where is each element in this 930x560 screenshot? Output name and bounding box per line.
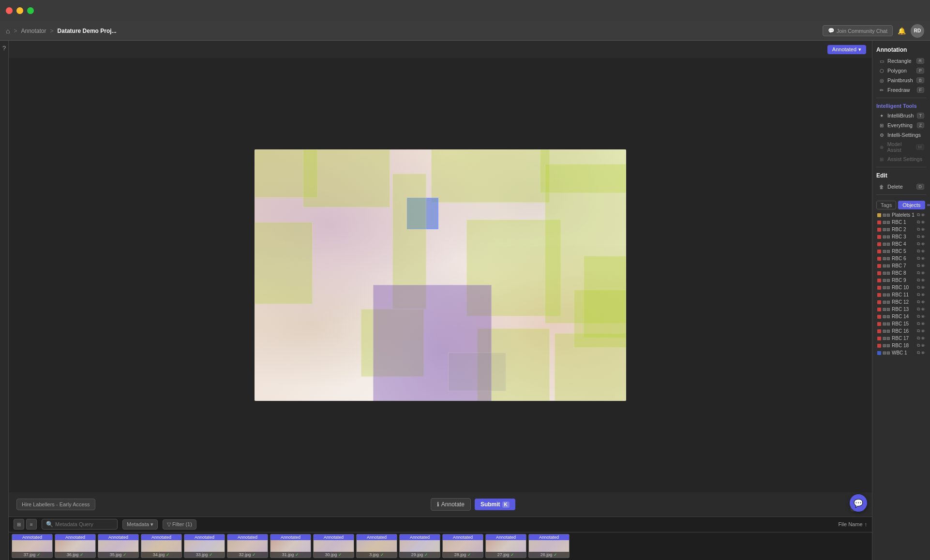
filmstrip-item[interactable]: Annotated 33.jpg ✓ bbox=[184, 534, 225, 558]
object-eye-icon[interactable]: 👁 bbox=[921, 235, 925, 239]
filmstrip-item[interactable]: Annotated 29.jpg ✓ bbox=[399, 534, 440, 558]
object-list-item[interactable]: ▨ WBC 1 ⧉ 👁 bbox=[876, 349, 926, 356]
object-list-item[interactable]: ▨ RBC 8 ⧉ 👁 bbox=[876, 269, 926, 277]
object-eye-icon[interactable]: 👁 bbox=[921, 329, 925, 334]
object-copy-icon[interactable]: ⧉ bbox=[917, 234, 920, 239]
submit-button[interactable]: Submit K bbox=[475, 499, 515, 510]
object-list-item[interactable]: ▨ RBC 3 ⧉ 👁 bbox=[876, 233, 926, 240]
home-icon[interactable]: ⌂ bbox=[6, 27, 10, 35]
community-chat-button[interactable]: 💬 Join Community Chat bbox=[823, 25, 893, 36]
filmstrip-item[interactable]: Annotated 32.jpg ✓ bbox=[227, 534, 268, 558]
object-copy-icon[interactable]: ⧉ bbox=[917, 292, 920, 297]
object-list-item[interactable]: ▨ RBC 2 ⧉ 👁 bbox=[876, 226, 926, 233]
tab-tags[interactable]: Tags bbox=[876, 201, 896, 209]
object-eye-icon[interactable]: 👁 bbox=[921, 213, 925, 218]
object-list-item[interactable]: ▨ RBC 15 ⧉ 👁 bbox=[876, 320, 926, 327]
tool-polygon[interactable]: ⬡ Polygon P bbox=[876, 66, 926, 75]
filmstrip-item[interactable]: Annotated 30.jpg ✓ bbox=[313, 534, 354, 558]
object-copy-icon[interactable]: ⧉ bbox=[917, 285, 920, 290]
object-list-item[interactable]: ▨ Platelets 1 ⧉ 👁 bbox=[876, 211, 926, 219]
tool-paintbrush[interactable]: ◎ Paintbrush B bbox=[876, 75, 926, 85]
object-eye-icon[interactable]: 👁 bbox=[921, 285, 925, 290]
intelligent-tool-intellisettings[interactable]: ⚙ Intelli-Settings bbox=[876, 130, 926, 140]
object-copy-icon[interactable]: ⧉ bbox=[917, 314, 920, 319]
user-avatar[interactable]: RD bbox=[911, 24, 924, 38]
maximize-button[interactable] bbox=[27, 7, 34, 14]
object-copy-icon[interactable]: ⧉ bbox=[917, 212, 920, 218]
object-copy-icon[interactable]: ⧉ bbox=[917, 328, 920, 334]
filmstrip-item[interactable]: Annotated 34.jpg ✓ bbox=[141, 534, 182, 558]
object-eye-icon[interactable]: 👁 bbox=[921, 271, 925, 276]
object-list-item[interactable]: ▨ RBC 4 ⧉ 👁 bbox=[876, 240, 926, 248]
object-list-item[interactable]: ▨ RBC 13 ⧉ 👁 bbox=[876, 306, 926, 313]
object-list-item[interactable]: ▨ RBC 12 ⧉ 👁 bbox=[876, 298, 926, 306]
annotation-canvas[interactable] bbox=[255, 149, 626, 401]
object-copy-icon[interactable]: ⧉ bbox=[917, 270, 920, 276]
object-eye-icon[interactable]: 👁 bbox=[921, 307, 925, 312]
object-list-item[interactable]: ▨ RBC 18 ⧉ 👁 bbox=[876, 342, 926, 349]
list-view-button[interactable]: ≡ bbox=[26, 519, 37, 530]
filter-button[interactable]: ▽ Filter (1) bbox=[163, 519, 196, 530]
filmstrip-item[interactable]: Annotated 26.jpg ✓ bbox=[528, 534, 570, 558]
object-eye-icon[interactable]: 👁 bbox=[921, 278, 925, 283]
edit-icon[interactable]: ✏ bbox=[927, 202, 930, 208]
filmstrip-item[interactable]: Annotated 3.jpg ✓ bbox=[356, 534, 397, 558]
filmstrip-item[interactable]: Annotated 35.jpg ✓ bbox=[98, 534, 139, 558]
object-eye-icon[interactable]: 👁 bbox=[921, 293, 925, 297]
annotation-box-gray[interactable] bbox=[448, 353, 506, 391]
search-box[interactable]: 🔍 bbox=[42, 519, 118, 530]
object-copy-icon[interactable]: ⧉ bbox=[917, 336, 920, 341]
filename-sort-button[interactable]: File Name ↑ bbox=[838, 521, 867, 527]
object-copy-icon[interactable]: ⧉ bbox=[917, 220, 920, 225]
object-eye-icon[interactable]: 👁 bbox=[921, 249, 925, 254]
object-eye-icon[interactable]: 👁 bbox=[921, 351, 925, 355]
object-copy-icon[interactable]: ⧉ bbox=[917, 321, 920, 326]
filmstrip-item[interactable]: Annotated 36.jpg ✓ bbox=[55, 534, 96, 558]
annotated-dropdown[interactable]: Annotated ▾ bbox=[827, 45, 866, 54]
annotation-box-3[interactable] bbox=[431, 149, 550, 203]
object-eye-icon[interactable]: 👁 bbox=[921, 242, 925, 247]
annotation-box-2[interactable] bbox=[303, 149, 390, 207]
annotator-link[interactable]: Annotator bbox=[21, 28, 46, 34]
notifications-icon[interactable]: 🔔 bbox=[898, 27, 906, 35]
hire-labellers-button[interactable]: Hire Labellers - Early Access bbox=[16, 499, 95, 510]
object-list-item[interactable]: ▨ RBC 10 ⧉ 👁 bbox=[876, 284, 926, 291]
filmstrip-item[interactable]: Annotated 31.jpg ✓ bbox=[270, 534, 311, 558]
filmstrip-item[interactable]: Annotated 37.jpg ✓ bbox=[12, 534, 53, 558]
object-copy-icon[interactable]: ⧉ bbox=[917, 249, 920, 254]
intelligent-tool-intellibrush[interactable]: ✦ IntelliBrush T bbox=[876, 111, 926, 120]
object-list-item[interactable]: ▨ RBC 7 ⧉ 👁 bbox=[876, 262, 926, 269]
object-eye-icon[interactable]: 👁 bbox=[921, 256, 925, 261]
delete-button[interactable]: 🗑 Delete D bbox=[876, 182, 926, 192]
object-eye-icon[interactable]: 👁 bbox=[921, 343, 925, 348]
object-list-item[interactable]: ▨ RBC 5 ⧉ 👁 bbox=[876, 248, 926, 255]
object-list-item[interactable]: ▨ RBC 1 ⧉ 👁 bbox=[876, 219, 926, 226]
metadata-button[interactable]: Metadata ▾ bbox=[122, 519, 158, 530]
tab-objects[interactable]: Objects bbox=[898, 201, 925, 209]
object-eye-icon[interactable]: 👁 bbox=[921, 264, 925, 268]
intelligent-tool-everything[interactable]: ⊞ Everything Z bbox=[876, 120, 926, 130]
object-copy-icon[interactable]: ⧉ bbox=[917, 299, 920, 305]
search-input[interactable] bbox=[55, 521, 113, 527]
object-copy-icon[interactable]: ⧉ bbox=[917, 343, 920, 348]
annotate-button[interactable]: ℹ Annotate bbox=[431, 498, 471, 511]
close-button[interactable] bbox=[6, 7, 13, 14]
object-list-item[interactable]: ▨ RBC 9 ⧉ 👁 bbox=[876, 277, 926, 284]
minimize-button[interactable] bbox=[16, 7, 23, 14]
object-copy-icon[interactable]: ⧉ bbox=[917, 278, 920, 283]
annotation-box-6[interactable] bbox=[255, 222, 313, 304]
object-list-item[interactable]: ▨ RBC 6 ⧉ 👁 bbox=[876, 255, 926, 262]
object-copy-icon[interactable]: ⧉ bbox=[917, 256, 920, 261]
tool-rectangle[interactable]: ▭ Rectangle R bbox=[876, 56, 926, 66]
object-list-item[interactable]: ▨ RBC 17 ⧉ 👁 bbox=[876, 335, 926, 342]
object-eye-icon[interactable]: 👁 bbox=[921, 336, 925, 341]
tool-freedraw[interactable]: ✏ Freedraw F bbox=[876, 85, 926, 95]
filmstrip-item[interactable]: Annotated 28.jpg ✓ bbox=[442, 534, 483, 558]
object-list-item[interactable]: ▨ RBC 11 ⧉ 👁 bbox=[876, 291, 926, 298]
object-copy-icon[interactable]: ⧉ bbox=[917, 241, 920, 247]
object-eye-icon[interactable]: 👁 bbox=[921, 227, 925, 232]
object-list-item[interactable]: ▨ RBC 16 ⧉ 👁 bbox=[876, 327, 926, 335]
object-copy-icon[interactable]: ⧉ bbox=[917, 307, 920, 312]
help-icon[interactable]: ? bbox=[2, 44, 6, 52]
object-eye-icon[interactable]: 👁 bbox=[921, 322, 925, 326]
